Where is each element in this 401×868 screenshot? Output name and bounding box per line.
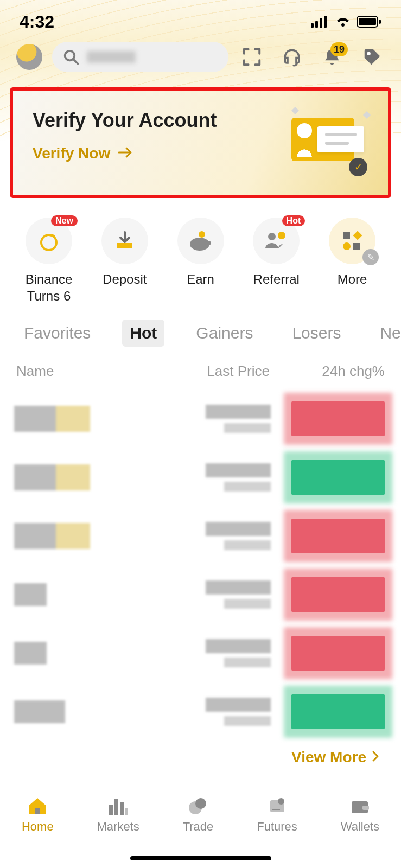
tab-gainers[interactable]: Gainers xyxy=(188,320,260,347)
change-badge xyxy=(289,634,387,673)
new-badge: New xyxy=(51,215,78,226)
svg-point-15 xyxy=(268,233,276,240)
status-time: 4:32 xyxy=(20,12,54,32)
verify-account-banner[interactable]: Verify Your Account Verify Now ✓ xyxy=(10,87,391,198)
edit-shortcuts-icon[interactable]: ✎ xyxy=(362,249,379,265)
nav-trade[interactable]: Trade xyxy=(183,796,214,834)
scan-icon[interactable] xyxy=(241,47,262,67)
notifications-bell-icon[interactable]: 19 xyxy=(322,47,342,67)
shortcut-label: Deposit xyxy=(103,271,147,288)
svg-point-29 xyxy=(278,798,284,805)
nav-futures[interactable]: Futures xyxy=(257,796,297,834)
coin-name-redacted xyxy=(14,700,65,723)
svg-point-16 xyxy=(278,232,285,239)
svg-rect-22 xyxy=(109,805,113,815)
svg-point-10 xyxy=(41,235,56,250)
shortcut-label: More xyxy=(338,271,367,288)
svg-rect-11 xyxy=(117,243,132,248)
col-name: Name xyxy=(16,363,143,380)
shortcut-deposit[interactable]: Deposit xyxy=(92,218,157,304)
nav-wallets[interactable]: Wallets xyxy=(341,796,379,834)
last-price-redacted xyxy=(97,405,283,433)
avatar[interactable] xyxy=(16,44,42,70)
svg-rect-17 xyxy=(343,232,350,239)
svg-rect-23 xyxy=(114,799,118,815)
svg-point-19 xyxy=(343,242,351,250)
search-input[interactable] xyxy=(52,42,228,72)
tab-new-listings[interactable]: New L xyxy=(372,320,401,347)
svg-rect-32 xyxy=(362,806,369,810)
nav-home[interactable]: Home xyxy=(22,796,54,834)
verify-now-button[interactable]: Verify Now xyxy=(33,145,217,162)
change-badge xyxy=(289,399,387,438)
hot-badge: Hot xyxy=(282,215,305,226)
arrow-right-icon xyxy=(118,145,133,162)
market-list xyxy=(0,390,401,741)
view-more-button[interactable]: View More xyxy=(0,741,401,766)
change-badge xyxy=(289,516,387,556)
support-headset-icon[interactable] xyxy=(282,47,302,67)
coin-name-redacted xyxy=(14,464,90,490)
id-card-illustration: ✓ xyxy=(287,109,368,176)
search-placeholder-redacted xyxy=(87,51,136,63)
market-row[interactable] xyxy=(10,624,391,682)
svg-rect-6 xyxy=(379,20,381,24)
search-icon xyxy=(63,49,79,65)
market-row[interactable] xyxy=(10,448,391,507)
nav-markets[interactable]: Markets xyxy=(97,796,139,834)
status-bar: 4:32 xyxy=(0,0,401,36)
svg-line-8 xyxy=(74,60,78,64)
shortcut-binance-turns-6[interactable]: New Binance Turns 6 xyxy=(16,218,81,304)
svg-rect-2 xyxy=(320,18,322,28)
last-price-redacted xyxy=(53,639,283,667)
home-indicator xyxy=(130,856,271,860)
market-row[interactable] xyxy=(10,565,391,624)
market-row[interactable] xyxy=(10,507,391,565)
trade-icon xyxy=(186,796,210,816)
chevron-right-icon xyxy=(372,749,379,766)
change-badge xyxy=(289,575,387,614)
svg-rect-13 xyxy=(205,241,211,245)
notification-count-badge: 19 xyxy=(330,42,348,56)
svg-rect-18 xyxy=(353,231,362,240)
reward-tag-icon[interactable] xyxy=(362,47,383,67)
wifi-icon xyxy=(335,12,351,32)
svg-rect-1 xyxy=(315,21,318,28)
svg-point-7 xyxy=(65,51,75,61)
shortcut-label: Binance Turns 6 xyxy=(16,271,81,304)
svg-rect-25 xyxy=(125,808,128,815)
last-price-redacted xyxy=(97,522,283,550)
shortcut-earn[interactable]: Earn xyxy=(168,218,233,304)
shortcut-more[interactable]: ✎ More xyxy=(320,218,385,304)
svg-rect-20 xyxy=(353,243,360,250)
last-price-redacted xyxy=(53,580,283,609)
shortcut-referral[interactable]: Hot Referral xyxy=(244,218,309,304)
last-price-redacted xyxy=(97,463,283,492)
shortcut-label: Earn xyxy=(187,271,214,288)
bottom-nav: Home Markets Trade Futures Wallets xyxy=(0,788,401,868)
shortcuts-row: New Binance Turns 6 Deposit Earn Hot Ref… xyxy=(0,198,401,310)
change-badge xyxy=(289,692,387,731)
coin-name-redacted xyxy=(14,406,90,432)
tab-losers[interactable]: Losers xyxy=(284,320,348,347)
cellular-icon xyxy=(311,12,329,32)
home-icon xyxy=(26,796,49,816)
shortcut-label: Referral xyxy=(253,271,300,288)
coin-name-redacted xyxy=(14,642,47,665)
battery-icon xyxy=(357,12,381,32)
market-row[interactable] xyxy=(10,390,391,448)
svg-rect-30 xyxy=(272,809,280,810)
col-last-price: Last Price xyxy=(143,363,288,380)
market-row[interactable] xyxy=(10,682,391,741)
svg-point-14 xyxy=(199,231,205,238)
wallets-icon xyxy=(348,796,372,816)
futures-icon xyxy=(265,796,289,816)
tab-hot[interactable]: Hot xyxy=(122,320,164,347)
markets-icon xyxy=(106,796,130,816)
market-tabs: Favorites Hot Gainers Losers New L xyxy=(0,310,401,358)
col-24h-change: 24h chg% xyxy=(287,363,385,380)
coin-name-redacted xyxy=(14,583,47,606)
change-badge xyxy=(289,458,387,497)
tab-favorites[interactable]: Favorites xyxy=(16,320,98,347)
column-headers: Name Last Price 24h chg% xyxy=(0,358,401,390)
